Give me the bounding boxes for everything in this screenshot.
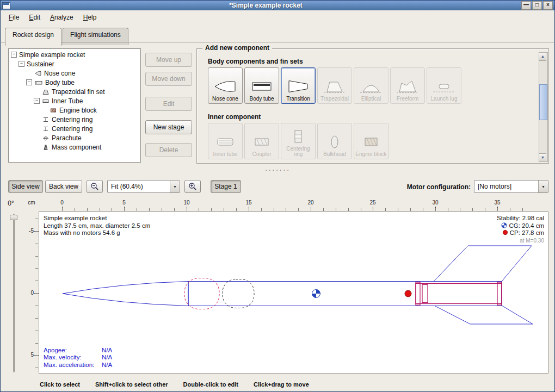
rotation-angle-label: 0° — [4, 200, 18, 207]
body-components-section-label: Body components and fin sets — [208, 58, 303, 65]
menu-edit[interactable]: Edit — [24, 11, 45, 23]
component-button-body-tube[interactable]: Body tube — [244, 67, 279, 104]
component-panel-scrollbar[interactable]: ▲ ▼ — [539, 52, 548, 162]
side-view-button[interactable]: Side view — [8, 180, 43, 193]
stage-1-toggle[interactable]: Stage 1 — [211, 180, 241, 193]
nose-cone-icon — [34, 70, 42, 77]
tree-item-body-tube[interactable]: − Body tube — [9, 78, 140, 87]
parachute-shape — [184, 278, 219, 309]
zoom-in-icon — [188, 182, 197, 191]
stability-info: Stability: 2.98 cal CG: 20.4 cm CP: 27.8… — [497, 215, 544, 244]
rotation-slider-track[interactable] — [13, 214, 15, 372]
hint-click-drag: Click+drag to move — [254, 381, 309, 388]
ruler-unit-label: cm — [26, 200, 38, 206]
edit-button: Edit — [145, 97, 192, 111]
body-tube-icon — [34, 79, 43, 86]
component-button-elliptical: Elliptical — [354, 67, 388, 104]
tab-flight-simulations[interactable]: Flight simulations — [63, 28, 128, 45]
lower-fin-shape — [435, 306, 533, 325]
scrollbar-thumb[interactable] — [539, 84, 547, 120]
rocket-outline — [63, 246, 533, 324]
menu-help[interactable]: Help — [79, 11, 101, 23]
chevron-down-icon[interactable]: ▼ — [170, 181, 180, 192]
rotation-slider-handle[interactable] — [10, 215, 17, 220]
motor-configuration-value: [No motors] — [474, 183, 538, 190]
component-tree[interactable]: − Simple example rocket − Sustainer Nose… — [8, 48, 141, 163]
rocket-figure-canvas[interactable]: Simple example rocket Length 37.5 cm, ma… — [39, 211, 548, 374]
system-menu-icon[interactable] — [2, 2, 10, 9]
tree-item-nose-cone[interactable]: Nose cone — [9, 69, 140, 78]
max-acceleration-label: Max. acceleration: — [44, 362, 102, 369]
close-icon[interactable]: × — [543, 1, 553, 10]
parachute-icon — [42, 135, 50, 141]
inner-components — [416, 282, 502, 305]
engine-block-shape — [422, 285, 428, 303]
tree-item-centering-ring-2[interactable]: Centering ring — [9, 124, 140, 133]
centering-ring-icon — [42, 126, 50, 132]
scroll-up-icon[interactable]: ▲ — [539, 53, 546, 61]
nose-cone-icon — [213, 78, 237, 95]
ruler-ticks — [35, 219, 38, 371]
maximize-icon[interactable]: □ — [532, 1, 542, 10]
cg-value: CG: 20.4 cm — [509, 222, 544, 229]
zoom-level-select[interactable]: Fit (60.4%) ▼ — [107, 180, 180, 193]
scroll-down-icon[interactable]: ▼ — [539, 153, 546, 161]
cp-icon — [502, 229, 508, 235]
zoom-out-button[interactable] — [87, 180, 103, 193]
fin-icon — [42, 89, 50, 95]
component-button-launch-lug: Launch lug — [427, 67, 461, 104]
minimize-icon[interactable]: — — [521, 1, 531, 10]
ruler-ticks — [62, 208, 523, 211]
tree-item-rocket[interactable]: − Simple example rocket — [9, 50, 140, 59]
component-button-trapezoidal: Trapezoidal — [317, 67, 352, 104]
trapezoidal-fin-icon — [323, 78, 347, 95]
status-bar: Click to select Shift+click to select ot… — [1, 378, 554, 391]
chevron-down-icon[interactable]: ▼ — [538, 181, 548, 192]
add-new-component-group: Add new component Body components and fi… — [196, 48, 549, 164]
component-button-transition[interactable]: Transition — [281, 67, 316, 104]
inner-tube-icon — [213, 133, 237, 151]
collapse-icon[interactable]: − — [11, 52, 17, 58]
horizontal-splitter[interactable]: ······· — [1, 167, 554, 175]
tab-rocket-design[interactable]: Rocket design — [5, 28, 61, 46]
transition-icon — [286, 78, 310, 95]
inner-component-section-label: Inner component — [208, 113, 261, 121]
vertical-ruler: -5 0 5 — [26, 211, 38, 374]
tree-item-stage-sustainer[interactable]: − Sustainer — [9, 59, 140, 69]
component-button-freeform: Freeform — [390, 67, 425, 104]
menu-file[interactable]: File — [4, 11, 23, 23]
tree-item-trapezoidal-fin-set[interactable]: Trapezoidal fin set — [9, 87, 140, 96]
tree-item-parachute[interactable]: Parachute — [9, 133, 140, 142]
new-stage-button[interactable]: New stage — [145, 120, 192, 134]
centering-ring-icon — [42, 116, 50, 123]
mass-component-shape — [223, 279, 254, 308]
main-tabs: Rocket design Flight simulations — [5, 28, 128, 42]
zoom-in-button[interactable] — [184, 180, 201, 193]
tree-item-mass-component[interactable]: Mass component — [9, 142, 140, 152]
bulkhead-icon — [323, 133, 347, 151]
cg-symbol — [312, 290, 320, 298]
tree-item-centering-ring-1[interactable]: Centering ring — [9, 115, 140, 124]
coupler-icon — [250, 133, 274, 151]
menu-analyze[interactable]: Analyze — [46, 11, 78, 23]
max-velocity-value: N/A — [102, 354, 112, 362]
component-button-nose-cone[interactable]: Nose cone — [208, 67, 243, 104]
tab-divider — [1, 42, 554, 42]
title-bar: *Simple example rocket — □ × — [1, 1, 554, 10]
collapse-icon[interactable]: − — [26, 79, 32, 85]
back-view-button[interactable]: Back view — [45, 180, 82, 193]
tree-item-inner-tube[interactable]: − Inner Tube — [9, 96, 140, 105]
collapse-icon[interactable]: − — [34, 98, 40, 104]
tree-item-engine-block[interactable]: Engine block — [9, 105, 140, 115]
upper-fin-shape — [434, 246, 532, 282]
application-window: *Simple example rocket — □ × File Edit A… — [0, 0, 555, 392]
max-velocity-label: Max. velocity: — [44, 354, 102, 362]
zoom-out-icon — [90, 182, 99, 191]
horizontal-ruler: 0 5 10 15 20 25 30 35 — [39, 198, 549, 211]
collapse-icon[interactable]: − — [18, 61, 24, 67]
rocket-mass: Mass with no motors 54.6 g — [44, 229, 150, 237]
cg-icon — [501, 222, 507, 228]
rocket-name: Simple example rocket — [44, 215, 150, 222]
cp-symbol — [405, 290, 411, 297]
motor-configuration-select[interactable]: [No motors] ▼ — [474, 180, 548, 193]
